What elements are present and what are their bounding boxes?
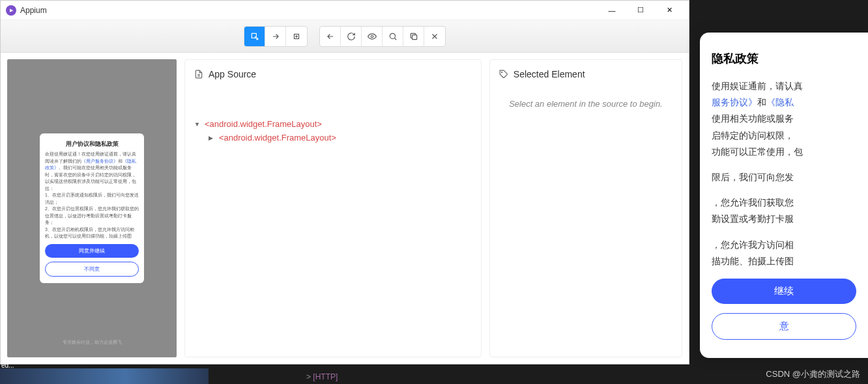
window-controls: — ☐ ✕ xyxy=(598,1,684,20)
overlay-link-privacy[interactable]: 《隐私 xyxy=(766,97,794,107)
overlay-body: 使用娱证通前，请认真 服务协议》和《隐私 使用相关功能或服务 启特定的访问权限，… xyxy=(712,78,856,269)
background-label: ed... xyxy=(1,362,14,369)
app-source-panel: App Source ▼ <android.widget.FrameLayout… xyxy=(184,59,482,357)
eye-icon xyxy=(368,32,377,41)
tree-node-label: <android.widget.FrameLayout> xyxy=(219,133,336,143)
select-mode-button[interactable] xyxy=(244,27,265,46)
preview-footer: 专注娱乐行业，助力企业腾飞 xyxy=(7,339,177,346)
refresh-button[interactable] xyxy=(341,27,362,46)
tree-node-label: <android.widget.FrameLayout> xyxy=(205,119,322,129)
back-button[interactable] xyxy=(320,27,341,46)
minimize-button[interactable]: — xyxy=(598,1,626,20)
tap-icon xyxy=(292,32,301,41)
selected-element-panel: Selected Element Select an element in th… xyxy=(489,59,682,357)
toolbar xyxy=(1,20,689,53)
svg-rect-5 xyxy=(412,34,416,39)
tap-mode-button[interactable] xyxy=(286,27,307,46)
preview-disagree-button: 不同意 xyxy=(45,262,139,277)
preview-dialog-title: 用户协议和隐私政策 xyxy=(45,140,139,148)
terminal-output: > [HTTP] xyxy=(306,372,338,381)
titlebar: Appium — ☐ ✕ xyxy=(1,1,689,20)
svg-point-6 xyxy=(501,72,502,73)
tree-node-child[interactable]: ▶ <android.widget.FrameLayout> xyxy=(194,131,472,144)
maximize-button[interactable]: ☐ xyxy=(626,1,655,20)
svg-rect-1 xyxy=(295,34,299,38)
tree-node-root[interactable]: ▼ <android.widget.FrameLayout> xyxy=(194,117,472,131)
search-button[interactable] xyxy=(383,27,403,46)
watermark: CSDN @小龚的测试之路 xyxy=(766,368,860,380)
svg-point-2 xyxy=(296,35,297,36)
close-icon xyxy=(430,32,439,41)
file-icon xyxy=(194,70,203,79)
preview-dialog: 用户协议和隐私政策 欢迎使用娱证通！在您使用娱证通前，请认真阅读并了解我们的《用… xyxy=(40,133,144,283)
content-area: 用户协议和隐私政策 欢迎使用娱证通！在您使用娱证通前，请认真阅读并了解我们的《用… xyxy=(1,53,689,364)
taskbar-fragment xyxy=(0,368,209,384)
caret-right-icon[interactable]: ▶ xyxy=(209,135,215,141)
copy-icon xyxy=(409,32,418,41)
app-source-title: App Source xyxy=(209,69,256,79)
close-button[interactable]: ✕ xyxy=(655,1,684,20)
appium-icon xyxy=(6,5,16,16)
overlay-title: 隐私政策 xyxy=(712,51,856,66)
select-icon xyxy=(250,32,259,41)
swipe-mode-button[interactable] xyxy=(265,27,286,46)
source-tree: ▼ <android.widget.FrameLayout> ▶ <androi… xyxy=(194,91,472,144)
preview-dialog-body: 欢迎使用娱证通！在您使用娱证通前，请认真阅读并了解我们的《用户服务协议》和《隐私… xyxy=(45,151,139,240)
preview-agree-button: 同意并继续 xyxy=(45,244,139,258)
appium-inspector-window: Appium — ☐ ✕ xyxy=(0,0,689,364)
refresh-icon xyxy=(347,32,356,41)
selected-element-header: Selected Element xyxy=(499,69,673,79)
recording-button[interactable] xyxy=(362,27,383,46)
selected-element-placeholder: Select an element in the source to begin… xyxy=(499,91,673,109)
overlay-disagree-button[interactable]: 意 xyxy=(712,313,856,340)
tag-icon xyxy=(499,70,508,79)
app-source-header: App Source xyxy=(194,69,472,79)
arrow-right-icon xyxy=(271,32,280,41)
svg-point-4 xyxy=(390,33,395,38)
quit-session-button[interactable] xyxy=(424,27,445,46)
selected-element-title: Selected Element xyxy=(514,69,585,79)
device-screenshot[interactable]: 用户协议和隐私政策 欢迎使用娱证通！在您使用娱证通前，请认真阅读并了解我们的《用… xyxy=(7,59,177,357)
mobile-dialog-overlay: 隐私政策 使用娱证通前，请认真 服务协议》和《隐私 使用相关功能或服务 启特定的… xyxy=(700,33,868,358)
search-icon xyxy=(388,32,398,41)
copy-xml-button[interactable] xyxy=(403,27,424,46)
caret-down-icon[interactable]: ▼ xyxy=(194,121,201,128)
toolbar-group-actions xyxy=(319,26,446,47)
overlay-agree-button[interactable]: 继续 xyxy=(712,279,856,304)
overlay-link-service[interactable]: 服务协议》 xyxy=(712,97,757,107)
arrow-left-icon xyxy=(326,32,335,41)
window-title: Appium xyxy=(20,6,598,15)
svg-point-3 xyxy=(371,35,373,38)
toolbar-group-mode xyxy=(244,26,308,47)
